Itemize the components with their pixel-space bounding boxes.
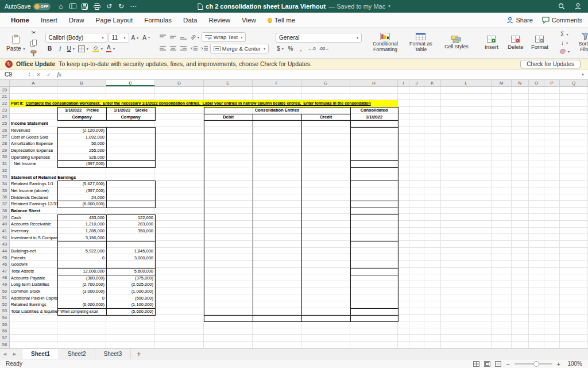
zoom-in-button[interactable]: + — [557, 361, 560, 367]
grid-cell[interactable] — [409, 94, 424, 101]
grid-cell[interactable] — [155, 134, 204, 141]
grid-cell[interactable] — [350, 315, 398, 321]
grid-cell[interactable] — [544, 241, 560, 248]
grid-cell[interactable] — [253, 261, 301, 268]
grid-cell[interactable] — [155, 187, 204, 194]
grid-cell[interactable] — [350, 181, 398, 187]
grid-cell[interactable] — [204, 147, 253, 154]
grid-cell[interactable] — [10, 208, 57, 214]
grid-cell[interactable] — [350, 201, 398, 208]
grid-cell[interactable] — [544, 127, 560, 134]
grid-cell[interactable] — [155, 328, 204, 335]
grid-cell[interactable] — [512, 127, 529, 134]
grid-cell[interactable] — [57, 181, 106, 187]
grid-cell[interactable] — [424, 147, 441, 154]
grid-cell[interactable] — [544, 221, 560, 228]
row-header-54[interactable]: 54 — [0, 315, 10, 321]
sheet-tab-sheet3[interactable]: Sheet3 — [95, 349, 131, 359]
grid-cell[interactable] — [350, 261, 398, 268]
grid-cell[interactable] — [253, 187, 301, 194]
grid-cell[interactable] — [424, 241, 441, 248]
grid-cell[interactable] — [350, 274, 398, 281]
grid-cell[interactable] — [106, 342, 155, 348]
grid-cell[interactable] — [301, 294, 350, 301]
grid-cell[interactable] — [492, 254, 512, 261]
row-header-49[interactable]: 49 — [0, 281, 10, 288]
comma-button[interactable]: , — [296, 44, 305, 53]
grid-cell[interactable] — [409, 315, 424, 321]
grid-cell[interactable] — [155, 107, 204, 114]
grid-cell[interactable] — [424, 261, 441, 268]
row-header-42[interactable]: 42 — [0, 234, 10, 241]
grid-cell[interactable] — [57, 228, 106, 235]
grid-cell[interactable] — [544, 214, 560, 221]
grid-cell[interactable] — [350, 214, 398, 221]
grid-cell[interactable] — [512, 274, 529, 281]
zoom-slider-knob[interactable] — [533, 361, 539, 367]
zoom-level[interactable]: 100% — [565, 361, 582, 367]
grid-cell[interactable] — [441, 167, 492, 174]
grid-cell[interactable] — [106, 154, 155, 161]
grid-cell[interactable] — [10, 321, 57, 328]
grid-cell[interactable] — [492, 127, 512, 134]
grid-cell[interactable] — [424, 308, 441, 315]
grid-cell[interactable] — [398, 321, 409, 328]
row-header-34[interactable]: 34 — [0, 181, 10, 187]
grid-cell[interactable] — [560, 321, 588, 328]
print-icon[interactable] — [91, 2, 102, 11]
grid-cell[interactable] — [10, 308, 57, 315]
grid-cell[interactable] — [424, 221, 441, 228]
grid-cell[interactable] — [492, 228, 512, 235]
grid-cell[interactable] — [398, 181, 409, 187]
normal-view-icon[interactable] — [473, 361, 479, 367]
grid-cell[interactable] — [350, 221, 398, 228]
grid-cell[interactable] — [492, 174, 512, 181]
column-header-E[interactable]: E — [204, 80, 253, 86]
grid-cell[interactable] — [301, 127, 350, 134]
grid-cell[interactable] — [441, 335, 492, 342]
grid-cell[interactable] — [204, 160, 253, 167]
grid-cell[interactable] — [57, 134, 106, 141]
grid-cell[interactable] — [57, 241, 106, 248]
grid-cell[interactable] — [560, 147, 588, 154]
grid-cell[interactable] — [350, 147, 398, 154]
grid-cell[interactable] — [204, 221, 253, 228]
row-header-58[interactable]: 58 — [0, 342, 10, 348]
grid-cell[interactable] — [529, 315, 544, 321]
row-header-45[interactable]: 45 — [0, 254, 10, 261]
grid-cell[interactable] — [350, 248, 398, 255]
column-header-Q[interactable]: Q — [560, 80, 588, 86]
grid-cell[interactable] — [424, 328, 441, 335]
grid-cell[interactable] — [441, 87, 492, 94]
column-header-A[interactable]: A — [10, 80, 57, 86]
grid-cell[interactable] — [10, 107, 57, 114]
grid-cell[interactable] — [350, 342, 398, 348]
grid-cell[interactable] — [529, 254, 544, 261]
grid-cell[interactable] — [253, 167, 301, 174]
grid-cell[interactable] — [253, 221, 301, 228]
tab-home[interactable]: Home — [6, 14, 34, 26]
grid-cell[interactable] — [398, 114, 409, 121]
grid-cell[interactable] — [441, 214, 492, 221]
grid-cell[interactable] — [398, 194, 409, 201]
grid-cell[interactable] — [424, 335, 441, 342]
grid-cell[interactable] — [398, 187, 409, 194]
grid-cell[interactable] — [350, 294, 398, 301]
grid-cell[interactable] — [57, 107, 106, 114]
row-header-56[interactable]: 56 — [0, 328, 10, 335]
grid-cell[interactable] — [441, 308, 492, 315]
grid-cell[interactable] — [398, 315, 409, 321]
grid-cell[interactable] — [441, 228, 492, 235]
grid-cell[interactable] — [512, 167, 529, 174]
grid-cell[interactable] — [10, 248, 57, 255]
save-icon[interactable] — [79, 2, 90, 11]
grid-cell[interactable] — [424, 315, 441, 321]
column-header-I[interactable]: I — [398, 80, 409, 86]
grid-cell[interactable] — [204, 87, 253, 94]
grid-cell[interactable] — [155, 120, 204, 127]
grid-cell[interactable] — [106, 328, 155, 335]
grid-cell[interactable] — [155, 281, 204, 288]
grid-cell[interactable] — [350, 241, 398, 248]
grid-cell[interactable] — [441, 187, 492, 194]
grid-cell[interactable] — [106, 187, 155, 194]
